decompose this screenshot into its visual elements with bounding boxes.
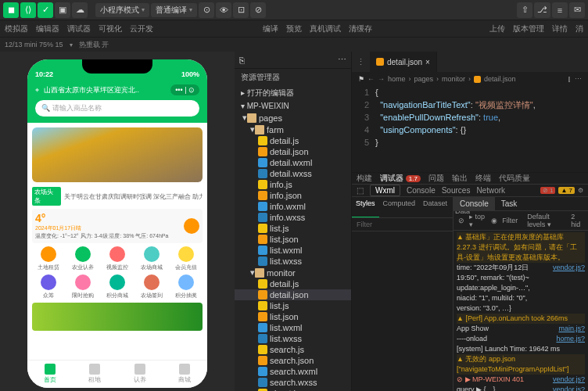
terminal-icon[interactable]: ▣ xyxy=(55,2,70,18)
dataset-tab[interactable]: Dataset xyxy=(419,197,451,217)
search-input[interactable]: 🔍 请输入商品名称 xyxy=(35,100,199,117)
tab-editor[interactable]: 编辑器 xyxy=(36,23,59,34)
dt-tab-output[interactable]: 输出 xyxy=(452,173,468,184)
subtab-sources[interactable]: Sources xyxy=(442,186,471,195)
tree-node[interactable]: list.wxss xyxy=(235,256,351,267)
tab-realdebug[interactable]: 真机调试 xyxy=(310,23,341,34)
tree-node[interactable]: list.js xyxy=(235,300,351,311)
source-link[interactable]: vendor.js? xyxy=(553,375,585,385)
tree-node[interactable]: info.json xyxy=(235,190,351,201)
dt-tab-debugger[interactable]: 调试器 1.7 xyxy=(380,173,421,184)
tree-node[interactable]: list.wxml xyxy=(235,245,351,256)
tab-detail[interactable]: 详情 xyxy=(552,23,568,34)
weather-card[interactable]: 4° 2024年01月17日晴 温度变化: -1°~12° 风力: 3-4级 湿… xyxy=(32,209,203,243)
device-info[interactable]: 12/13 mini 75% 15 xyxy=(5,41,63,48)
tree-node[interactable]: detail.json xyxy=(235,289,351,300)
tab-upload[interactable]: 上传 xyxy=(489,23,505,34)
subtab-network[interactable]: Network xyxy=(476,186,505,195)
feature-item[interactable]: 限时抢购 xyxy=(66,274,99,300)
dt-tab-quality[interactable]: 代码质量 xyxy=(499,173,530,184)
location-text[interactable]: 山西省太原市尖草坪区迎宾北.. xyxy=(44,85,166,95)
debug-icon[interactable]: ⊡ xyxy=(233,2,249,18)
crumb-item[interactable]: pages xyxy=(414,75,434,83)
explorer-copy-icon[interactable]: ⎘ xyxy=(239,56,245,65)
compile-icon[interactable]: ⊙ xyxy=(199,2,214,18)
tree-node[interactable]: ▾ farm xyxy=(235,124,351,135)
tab-simulator[interactable]: 模拟器 xyxy=(5,23,28,34)
close-icon[interactable]: × xyxy=(425,58,430,66)
editor-menu-icon[interactable]: ⋮ xyxy=(352,57,370,67)
cloud-icon[interactable]: ☁ xyxy=(72,2,88,18)
tree-node[interactable]: info.js xyxy=(235,179,351,190)
tabbar-item[interactable]: 商城 xyxy=(163,361,208,388)
styles-tab[interactable]: Styles xyxy=(352,197,379,217)
tab-visual[interactable]: 可视化 xyxy=(99,23,122,34)
feature-item[interactable]: 积分商城 xyxy=(101,274,134,300)
tree-node[interactable]: detail.wxss xyxy=(235,168,351,179)
tree-node[interactable]: detail.js xyxy=(235,135,351,146)
project-root[interactable]: ▾ MP-WEIXIN xyxy=(235,100,351,112)
version-icon[interactable]: ⎇ xyxy=(534,2,550,18)
error-count-badge[interactable]: ⊘ 1 xyxy=(540,187,556,194)
crumb-item[interactable]: monitor xyxy=(442,75,465,83)
tree-node[interactable]: ▾ monitor xyxy=(235,267,351,278)
styles-filter[interactable]: Filter xyxy=(352,218,453,231)
source-link[interactable]: vendor.js? xyxy=(553,263,585,314)
split-icon[interactable]: ⫿ xyxy=(568,75,572,83)
source-link[interactable]: main.js? xyxy=(558,324,585,334)
tree-node[interactable]: detail.js xyxy=(235,278,351,289)
tabbar-item[interactable]: 租地 xyxy=(73,361,118,388)
tree-node[interactable]: search.wxml xyxy=(235,366,351,377)
open-editors-section[interactable]: ▸ 打开的编辑器 xyxy=(235,86,351,100)
source-link[interactable]: home.js? xyxy=(556,334,585,344)
source-link[interactable]: vendor.js? xyxy=(553,385,585,391)
banner-image[interactable] xyxy=(32,127,203,182)
tab-compile[interactable]: 编译 xyxy=(263,23,278,34)
code-icon[interactable]: ⟨⟩ xyxy=(20,2,36,18)
feature-item[interactable]: 土地租赁 xyxy=(32,246,65,271)
crumb-item[interactable]: detail.json xyxy=(484,75,516,83)
tab-debugger[interactable]: 调试器 xyxy=(67,23,91,34)
tree-node[interactable]: info.wxml xyxy=(235,201,351,212)
explorer-more-icon[interactable]: ⋯ xyxy=(338,55,346,65)
dt-tab-terminal[interactable]: 终端 xyxy=(475,173,491,184)
nav-back-icon[interactable]: ← xyxy=(368,75,375,83)
status-icon[interactable]: ✓ xyxy=(38,2,53,18)
dt-tab-problems[interactable]: 问题 xyxy=(428,173,444,184)
tree-node[interactable]: search.js xyxy=(235,344,351,355)
console-output[interactable]: ▲ 基础库」正在使用灰度的基础库 2.27.3 进行调试。如有问题，请在「工具-… xyxy=(454,231,588,391)
tree-node[interactable]: list.wxss xyxy=(235,333,351,344)
tree-node[interactable]: detail.json xyxy=(235,146,351,157)
feature-item[interactable]: 积分抽奖 xyxy=(170,274,203,300)
tree-node[interactable]: list.json xyxy=(235,234,351,245)
message-icon[interactable]: ✉ xyxy=(569,2,585,18)
context-select[interactable]: ▸ top ▾ xyxy=(469,213,486,228)
tree-node[interactable]: detail.wxml xyxy=(235,157,351,168)
bookmark-icon[interactable]: ⚑ xyxy=(358,75,364,83)
upload-icon[interactable]: ⇧ xyxy=(517,2,532,18)
user-icon[interactable]: ◼ xyxy=(3,2,19,18)
feature-item[interactable]: 会员充值 xyxy=(170,246,203,271)
tree-node[interactable]: search.json xyxy=(235,355,351,366)
more-icon[interactable]: ⋯ xyxy=(575,75,582,83)
nav-fwd-icon[interactable]: → xyxy=(378,75,385,83)
tab-clearcache[interactable]: 清缓存 xyxy=(349,23,372,34)
computed-tab[interactable]: Computed xyxy=(379,197,420,217)
hot-reload-label[interactable]: 热重载 开 xyxy=(79,40,109,50)
subtab-console[interactable]: Console xyxy=(407,186,436,195)
feature-item[interactable]: 农业认养 xyxy=(66,246,99,271)
tree-node[interactable]: info.wxss xyxy=(235,212,351,223)
crumb-item[interactable]: home xyxy=(388,75,406,83)
tabbar-item[interactable]: 首页 xyxy=(27,361,73,388)
clear-console-icon[interactable]: ⊘ xyxy=(458,217,464,224)
tree-node[interactable]: list.wxml xyxy=(235,322,351,333)
warn-count-badge[interactable]: ▲ 7 xyxy=(558,187,575,194)
detail-icon[interactable]: ≡ xyxy=(552,2,568,18)
dt-tab-build[interactable]: 构建 xyxy=(357,173,372,184)
clear-icon[interactable]: ⊘ xyxy=(250,2,266,18)
tab-version[interactable]: 版本管理 xyxy=(513,23,544,34)
feature-item[interactable]: 农场商城 xyxy=(135,246,168,271)
tab-preview[interactable]: 预览 xyxy=(286,23,302,34)
hidden-count[interactable]: 2 hid xyxy=(571,213,583,228)
tabbar-item[interactable]: 认养 xyxy=(117,361,163,388)
